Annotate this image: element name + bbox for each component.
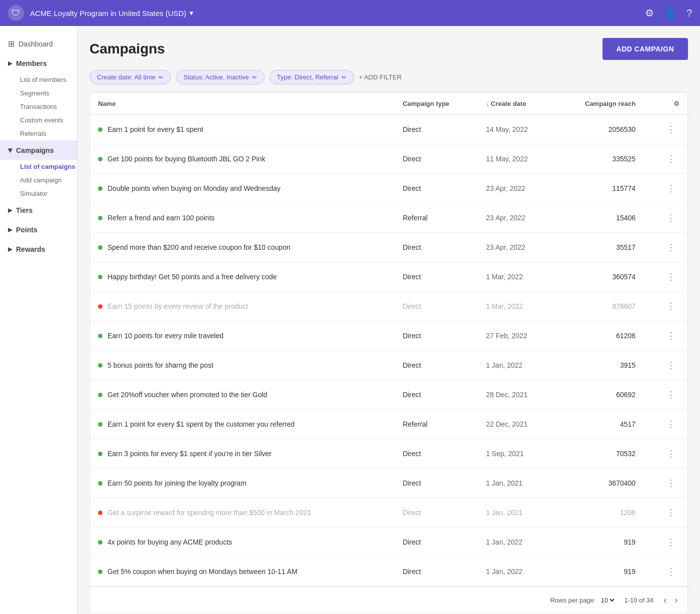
col-name: Name xyxy=(90,93,394,115)
campaign-name[interactable]: Get a surpirse reward for spendng more t… xyxy=(108,509,311,517)
row-more-button[interactable]: ⋮ xyxy=(662,328,680,343)
type-filter-edit-icon[interactable]: ✏ xyxy=(342,74,346,81)
status-dot xyxy=(98,481,102,486)
cell-name: Get a surpirse reward for spendng more t… xyxy=(90,498,394,528)
status-filter-chip[interactable]: Status: Active, Inactive ✏ xyxy=(176,70,264,84)
cell-date: 1 Jan, 2021 xyxy=(478,498,555,528)
sidebar-item-list-of-campaigns[interactable]: List of campaigns xyxy=(0,160,77,173)
campaign-name[interactable]: Get 5% coupon when buying on Mondays bet… xyxy=(108,568,298,576)
cell-date: 1 Jan, 2022 xyxy=(478,528,555,557)
rows-per-page-select[interactable]: 10 25 50 xyxy=(598,596,616,605)
status-dot xyxy=(98,157,102,161)
campaign-name[interactable]: 5 bonus points for sharng the post xyxy=(108,361,214,369)
campaign-name[interactable]: Happy birthday! Get 50 points and a free… xyxy=(108,273,277,281)
next-page-button[interactable]: › xyxy=(672,593,680,608)
sidebar-item-referrals[interactable]: Referrals xyxy=(0,127,77,140)
prev-page-button[interactable]: ‹ xyxy=(662,593,668,608)
settings-icon[interactable]: ⚙ xyxy=(645,7,654,19)
account-icon[interactable]: 👤 xyxy=(664,7,676,19)
campaign-name[interactable]: Earn 10 points for every mile traveled xyxy=(108,332,224,340)
row-more-button[interactable]: ⋮ xyxy=(662,151,680,166)
table-row: Earn 3 points for every $1 spent if you'… xyxy=(90,439,688,469)
sidebar-item-add-campaign[interactable]: Add campaign xyxy=(0,173,77,187)
date-filter-chip[interactable]: Create date: All time ✏ xyxy=(90,70,171,84)
row-more-button[interactable]: ⋮ xyxy=(662,240,680,255)
campaign-name[interactable]: 4x points for buying any ACME products xyxy=(108,538,232,546)
campaign-name[interactable]: Double points when buying on Monday and … xyxy=(108,184,280,192)
row-more-button[interactable]: ⋮ xyxy=(662,476,680,491)
row-more-button[interactable]: ⋮ xyxy=(662,446,680,461)
sidebar-item-simulator[interactable]: Simulator xyxy=(0,187,77,200)
cell-type: Direct xyxy=(394,528,478,557)
cell-actions: ⋮ xyxy=(644,528,688,557)
row-more-button[interactable]: ⋮ xyxy=(662,535,680,550)
campaign-name[interactable]: Referr a frend and earn 100 points xyxy=(108,214,214,222)
campaign-name[interactable]: Earn 15 points by every review of the pr… xyxy=(108,302,248,310)
campaign-name[interactable]: Earn 3 points for every $1 spent if you'… xyxy=(108,450,272,458)
campaign-name[interactable]: Earn 1 point for every $1 spent xyxy=(108,125,203,133)
cell-actions: ⋮ xyxy=(644,351,688,380)
sidebar-label-list-of-members: List of members xyxy=(20,76,66,83)
col-settings[interactable]: ⚙ xyxy=(644,93,688,115)
add-filter-button[interactable]: + ADD FILTER xyxy=(359,73,402,81)
row-more-button[interactable]: ⋮ xyxy=(662,417,680,432)
sidebar-label-add-campaign: Add campaign xyxy=(20,176,62,184)
cell-name: Get 100 points for buying Bluetooth JBL … xyxy=(90,144,394,174)
cell-name: 4x points for buying any ACME products xyxy=(90,528,394,557)
col-campaign-reach: Campaign reach xyxy=(555,93,644,115)
status-dot xyxy=(98,186,102,191)
sidebar-item-custom-events[interactable]: Custom events xyxy=(0,113,77,127)
cell-name: 5 bonus points for sharng the post xyxy=(90,351,394,380)
status-dot xyxy=(98,570,102,574)
sidebar-item-transactions[interactable]: Transactions xyxy=(0,100,77,113)
row-more-button[interactable]: ⋮ xyxy=(662,358,680,373)
cell-actions: ⋮ xyxy=(644,115,688,144)
add-campaign-button[interactable]: ADD CAMPAIGN xyxy=(602,38,688,60)
row-more-button[interactable]: ⋮ xyxy=(662,564,680,579)
sidebar-item-segments[interactable]: Segments xyxy=(0,86,77,100)
row-more-button[interactable]: ⋮ xyxy=(662,181,680,196)
campaigns-icon: ▾ xyxy=(8,145,12,155)
table-row: Get 100 points for buying Bluetooth JBL … xyxy=(90,144,688,174)
row-more-button[interactable]: ⋮ xyxy=(662,122,680,137)
cell-actions: ⋮ xyxy=(644,469,688,498)
cell-actions: ⋮ xyxy=(644,321,688,351)
sidebar-item-tiers[interactable]: ▸ Tiers xyxy=(0,200,77,220)
row-more-button[interactable]: ⋮ xyxy=(662,387,680,402)
cell-reach: 878607 xyxy=(555,292,644,321)
sidebar-item-points[interactable]: ▸ Points xyxy=(0,220,77,239)
sidebar-item-rewards[interactable]: ▸ Rewards xyxy=(0,239,77,259)
sidebar: ⊞ Dashboard ▸ Members List of members Se… xyxy=(0,26,78,614)
table-row: Get 5% coupon when buying on Mondays bet… xyxy=(90,557,688,587)
cell-actions: ⋮ xyxy=(644,174,688,203)
cell-date: 27 Feb, 2022 xyxy=(478,321,555,351)
app-title-text: ACME Loyalty Program in United States (U… xyxy=(30,9,186,17)
campaign-name[interactable]: Get 20%off voucher when promoted to the … xyxy=(108,391,268,399)
col-create-date[interactable]: ↓ Create date xyxy=(478,93,555,115)
type-filter-chip[interactable]: Type: Direct, Referral ✏ xyxy=(270,70,354,84)
campaign-name[interactable]: Spend more than $200 and receive coupon … xyxy=(108,243,290,251)
page-title: Campaigns xyxy=(90,41,165,57)
sidebar-item-dashboard[interactable]: ⊞ Dashboard xyxy=(0,34,77,53)
row-more-button[interactable]: ⋮ xyxy=(662,210,680,225)
table-row: Spend more than $200 and receive coupon … xyxy=(90,233,688,262)
dropdown-icon[interactable]: ▾ xyxy=(190,8,194,17)
cell-reach: 115774 xyxy=(555,174,644,203)
cell-name: Earn 1 point for every $1 spent by the c… xyxy=(90,410,394,439)
campaign-name[interactable]: Get 100 points for buying Bluetooth JBL … xyxy=(108,155,265,163)
campaign-name[interactable]: Earn 50 points for joining the loyalty p… xyxy=(108,479,246,487)
cell-actions: ⋮ xyxy=(644,557,688,587)
sidebar-item-members[interactable]: ▸ Members xyxy=(0,53,77,73)
sidebar-item-campaigns[interactable]: ▾ Campaigns xyxy=(0,140,77,160)
row-more-button[interactable]: ⋮ xyxy=(662,269,680,284)
status-dot xyxy=(98,422,102,427)
sidebar-item-list-of-members[interactable]: List of members xyxy=(0,73,77,86)
row-more-button[interactable]: ⋮ xyxy=(662,299,680,314)
cell-date: 1 Mar, 2022 xyxy=(478,262,555,292)
date-filter-edit-icon[interactable]: ✏ xyxy=(158,74,164,81)
help-icon[interactable]: ? xyxy=(686,7,692,19)
status-filter-edit-icon[interactable]: ✏ xyxy=(252,74,257,81)
campaign-name[interactable]: Earn 1 point for every $1 spent by the c… xyxy=(108,420,294,428)
app-title[interactable]: ACME Loyalty Program in United States (U… xyxy=(30,8,645,17)
row-more-button[interactable]: ⋮ xyxy=(662,505,680,520)
